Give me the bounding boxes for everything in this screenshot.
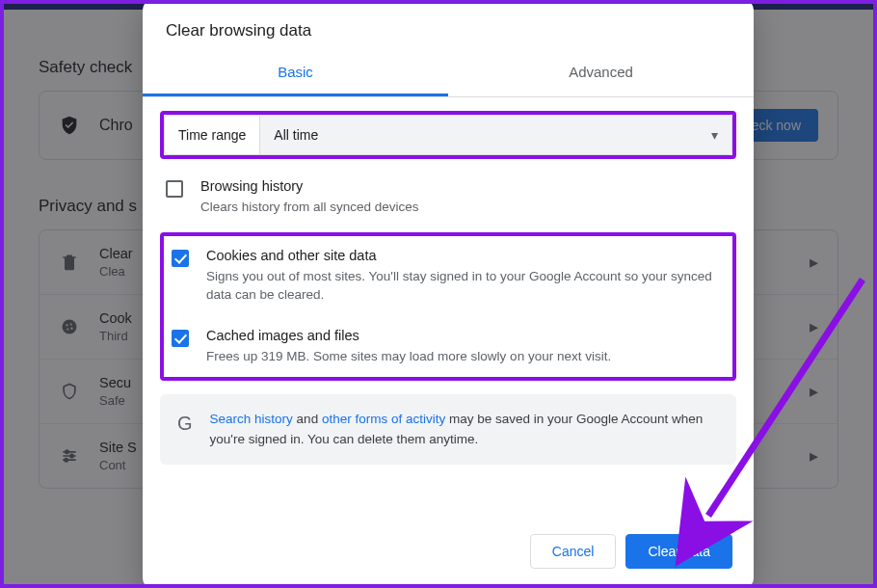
dialog-tabs: Basic Advanced <box>143 50 754 97</box>
time-range-highlight: Time range All time ▾ <box>160 111 736 159</box>
option-sub: Frees up 319 MB. Some sites may load mor… <box>206 347 725 366</box>
option-title: Cookies and other site data <box>206 248 725 263</box>
cancel-button[interactable]: Cancel <box>530 534 617 569</box>
cache-checkbox[interactable] <box>172 330 189 347</box>
clear-data-button[interactable]: Clear data <box>625 534 732 569</box>
time-range-select[interactable]: All time ▾ <box>259 116 731 154</box>
cache-option[interactable]: Cached images and files Frees up 319 MB.… <box>166 316 731 378</box>
google-g-icon: G <box>177 409 193 438</box>
tab-advanced[interactable]: Advanced <box>448 50 754 96</box>
time-range-label: Time range <box>165 116 259 154</box>
cookies-option[interactable]: Cookies and other site data Signs you ou… <box>166 236 731 316</box>
dropdown-arrow-icon: ▾ <box>711 127 718 143</box>
option-title: Browsing history <box>200 178 731 194</box>
time-range-value: All time <box>274 127 318 143</box>
other-activity-link[interactable]: other forms of activity <box>322 412 445 426</box>
google-account-info: G Search history and other forms of acti… <box>160 394 736 465</box>
option-sub: Clears history from all synced devices <box>200 198 731 217</box>
cookies-checkbox[interactable] <box>172 250 189 267</box>
dialog-title: Clear browsing data <box>143 0 754 50</box>
tab-basic[interactable]: Basic <box>143 50 448 96</box>
option-title: Cached images and files <box>206 328 725 343</box>
browsing-history-checkbox[interactable] <box>166 180 183 198</box>
search-history-link[interactable]: Search history <box>210 412 293 426</box>
checked-options-highlight: Cookies and other site data Signs you ou… <box>160 232 736 382</box>
browsing-history-option[interactable]: Browsing history Clears history from all… <box>160 167 736 228</box>
clear-browsing-data-dialog: Clear browsing data Basic Advanced Time … <box>143 0 754 588</box>
option-sub: Signs you out of most sites. You'll stay… <box>206 267 725 305</box>
